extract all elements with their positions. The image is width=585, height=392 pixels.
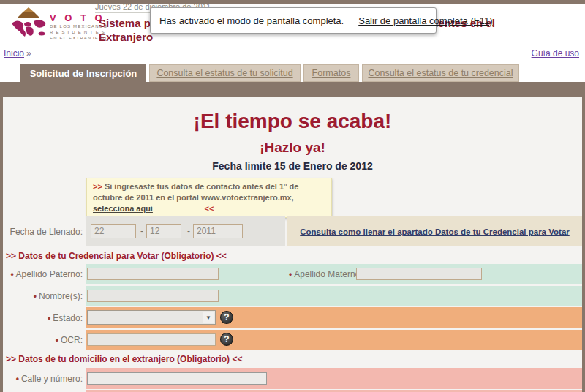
credential-section-title: >> Datos de tu Credencial para Votar (Ob… <box>6 251 227 261</box>
apellidos-row: •Apellido Paterno: •Apellido Materno: <box>0 264 585 284</box>
breadcrumb-home-link[interactable]: Inicio <box>4 48 24 59</box>
page: V O T O DE LOS MEXICANOS R E S I D E N T… <box>0 0 585 392</box>
content-right-border <box>582 97 585 392</box>
apellido-materno-label: •Apellido Materno: <box>289 264 363 284</box>
breadcrumb: Inicio» <box>4 48 31 59</box>
apellido-paterno-input[interactable] <box>87 268 219 280</box>
estado-label: •Estado: <box>0 307 83 328</box>
nombre-row: •Nombre(s): <box>0 286 585 306</box>
guide-link[interactable]: Guía de uso <box>532 48 579 59</box>
calle-label: •Calle y número: <box>0 368 83 389</box>
tab-consulta-estatus-solicitud[interactable]: Consulta el estatus de tu solicitud <box>149 64 301 82</box>
apellido-paterno-label: •Apellido Paterno: <box>0 264 83 284</box>
alert-subheadline: ¡Hazlo ya! <box>0 140 585 156</box>
breadcrumb-separator: » <box>26 48 31 59</box>
nombre-input[interactable] <box>87 290 219 302</box>
fill-date-year-input[interactable] <box>193 224 243 238</box>
date-dash-2: - <box>187 226 190 236</box>
alert-headline: ¡El tiempo se acaba! <box>0 110 585 133</box>
voto-logo: V O T O DE LOS MEXICANOS R E S I D E N T… <box>10 6 98 45</box>
required-marker: • <box>56 335 58 345</box>
page-title-line2: Extranjero <box>99 31 153 43</box>
exit-fullscreen-link[interactable]: Salir de pantalla completa (F11) <box>358 15 492 26</box>
calle-numero-input[interactable] <box>87 372 267 385</box>
tab-solicitud-inscripcion[interactable]: Solicitud de Inscripción <box>20 64 146 82</box>
required-marker: • <box>289 269 292 279</box>
date-dash-1: - <box>140 226 143 236</box>
notice-close-arrows: << <box>86 204 332 213</box>
fullscreen-message: Has activado el modo de pantalla complet… <box>159 15 344 26</box>
required-marker: • <box>34 291 37 301</box>
apellido-materno-input[interactable] <box>356 268 482 280</box>
tab-formatos[interactable]: Formatos <box>303 64 359 82</box>
main-content: ¡El tiempo se acaba! ¡Hazlo ya! Fecha li… <box>0 97 585 392</box>
fill-date-month-input[interactable] <box>146 224 181 238</box>
content-left-border <box>0 97 3 392</box>
fill-date-row: Consulta como llenar el apartado Datos d… <box>0 216 585 246</box>
nombre-label-text: Nombre(s): <box>39 291 83 301</box>
tab-underbar <box>0 82 585 97</box>
apellido-paterno-label-text: Apellido Paterno: <box>16 269 83 279</box>
fill-date-label: Fecha de Llenado: <box>0 216 83 246</box>
tab-bar: Solicitud de Inscripción Consulta el est… <box>0 64 585 82</box>
nombre-label: •Nombre(s): <box>0 286 83 306</box>
chevron-down-icon[interactable]: ▼ <box>203 312 214 323</box>
estado-label-text: Estado: <box>53 313 83 323</box>
ocr-input[interactable] <box>87 333 216 346</box>
address-section-title: >> Datos de tu domicilio en el extranjer… <box>6 354 242 364</box>
notice-body: Si ingresaste tus datos de contacto ante… <box>93 182 298 202</box>
ocr-row: •OCR: ? <box>0 330 585 350</box>
required-marker: • <box>10 269 13 279</box>
ocr-label: •OCR: <box>0 330 83 350</box>
fill-date-day-input[interactable] <box>91 224 136 238</box>
estado-select[interactable]: ▼ <box>87 310 216 325</box>
required-marker: • <box>48 313 50 323</box>
tab-consulta-estatus-credencial[interactable]: Consulta el estatus de tu credencial <box>362 64 519 82</box>
required-marker: • <box>16 374 19 384</box>
estado-row: •Estado: ▼ ? <box>0 307 585 328</box>
ocr-help-icon[interactable]: ? <box>220 333 233 346</box>
pyramid-worldmap-icon <box>10 6 47 44</box>
calle-label-text: Calle y número: <box>21 374 83 384</box>
credential-help-band: Consulta como llenar el apartado Datos d… <box>287 216 582 246</box>
estado-help-icon[interactable]: ? <box>220 311 233 324</box>
notice-open-arrows: >> <box>93 182 102 191</box>
ocr-label-text: OCR: <box>61 335 83 345</box>
apellido-materno-label-text: Apellido Materno: <box>294 269 362 279</box>
fullscreen-notification: Has activado el modo de pantalla complet… <box>150 7 437 34</box>
calle-row: •Calle y número: <box>0 368 585 389</box>
credential-help-link[interactable]: Consulta como llenar el apartado Datos d… <box>300 227 570 236</box>
alert-deadline: Fecha limite 15 de Enero de 2012 <box>0 160 585 172</box>
